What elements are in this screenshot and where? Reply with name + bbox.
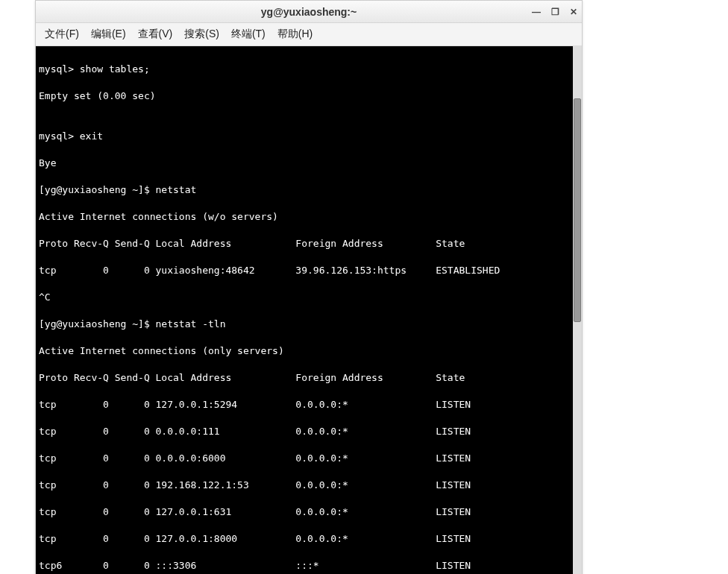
- titlebar: yg@yuxiaosheng:~ — ❐ ✕: [36, 1, 582, 23]
- terminal-line: Empty set (0.00 sec): [39, 89, 580, 103]
- terminal-line: tcp 0 0 127.0.0.1:5294 0.0.0.0:* LISTEN: [39, 398, 580, 411]
- terminal-line: Active Internet connections (w/o servers…: [39, 210, 580, 224]
- terminal-line: tcp 0 0 127.0.0.1:631 0.0.0.0:* LISTEN: [39, 505, 580, 519]
- menu-help[interactable]: 帮助(H): [273, 26, 317, 42]
- terminal-line: tcp 0 0 192.168.122.1:53 0.0.0.0:* LISTE…: [39, 479, 580, 492]
- terminal-line: mysql> show tables;: [39, 63, 580, 76]
- minimize-button[interactable]: —: [532, 1, 541, 23]
- scrollbar-thumb[interactable]: [574, 98, 581, 322]
- terminal-line: [yg@yuxiaosheng ~]$ netstat -tln: [39, 318, 580, 331]
- terminal-line: [yg@yuxiaosheng ~]$ netstat: [39, 183, 580, 197]
- terminal-line: ^C: [39, 291, 580, 304]
- terminal-line: Active Internet connections (only server…: [39, 344, 580, 358]
- window-controls: — ❐ ✕: [532, 1, 577, 23]
- menu-view[interactable]: 查看(V): [134, 26, 178, 42]
- terminal-line: Bye: [39, 157, 580, 170]
- terminal-line: tcp 0 0 0.0.0.0:111 0.0.0.0:* LISTEN: [39, 425, 580, 438]
- window-title: yg@yuxiaosheng:~: [261, 6, 357, 18]
- menu-terminal[interactable]: 终端(T): [227, 26, 270, 42]
- terminal-line: tcp 0 0 0.0.0.0:6000 0.0.0.0:* LISTEN: [39, 452, 580, 465]
- terminal-line: tcp 0 0 127.0.0.1:8000 0.0.0.0:* LISTEN: [39, 532, 580, 546]
- menu-search[interactable]: 搜索(S): [180, 26, 224, 42]
- menu-edit[interactable]: 编辑(E): [87, 26, 131, 42]
- close-button[interactable]: ✕: [570, 1, 577, 23]
- maximize-button[interactable]: ❐: [551, 1, 559, 23]
- terminal-line: tcp 0 0 yuxiaosheng:48642 39.96.126.153:…: [39, 264, 580, 277]
- terminal-line: mysql> exit: [39, 130, 580, 143]
- terminal-line: Proto Recv-Q Send-Q Local Address Foreig…: [39, 237, 580, 250]
- terminal-line: Proto Recv-Q Send-Q Local Address Foreig…: [39, 371, 580, 385]
- terminal-line: tcp6 0 0 :::3306 :::* LISTEN: [39, 559, 580, 573]
- terminal-window: yg@yuxiaosheng:~ — ❐ ✕ 文件(F) 编辑(E) 查看(V)…: [35, 0, 583, 574]
- terminal-output[interactable]: mysql> show tables; Empty set (0.00 sec)…: [36, 46, 582, 574]
- menubar: 文件(F) 编辑(E) 查看(V) 搜索(S) 终端(T) 帮助(H): [36, 23, 582, 46]
- terminal-scrollbar[interactable]: [573, 46, 582, 574]
- menu-file[interactable]: 文件(F): [40, 26, 84, 42]
